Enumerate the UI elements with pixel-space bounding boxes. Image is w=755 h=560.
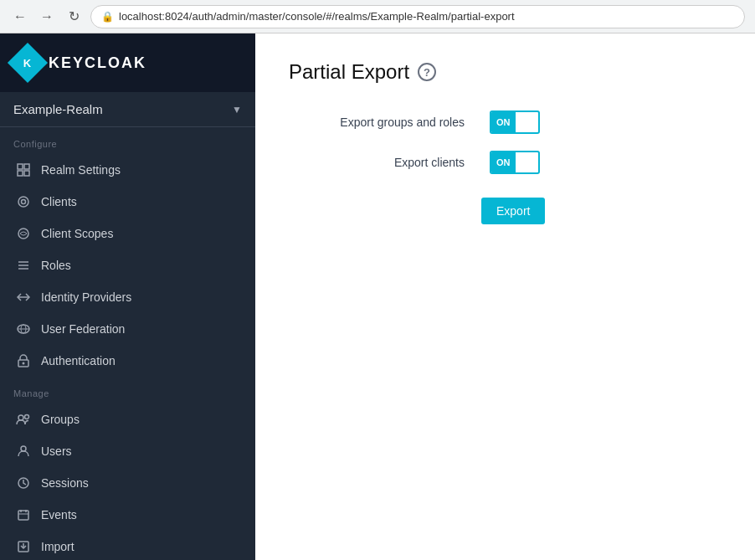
events-icon	[16, 507, 31, 522]
logo: K KEYCLOAK	[13, 49, 146, 77]
browser-chrome: ← → ↻ 🔒 localhost:8024/auth/admin/master…	[0, 0, 755, 33]
svg-point-16	[18, 415, 23, 420]
realm-settings-label: Realm Settings	[41, 163, 121, 177]
authentication-label: Authentication	[41, 354, 116, 367]
export-button[interactable]: Export	[481, 198, 545, 224]
main-content: Partial Export ? Export groups and roles…	[255, 33, 755, 560]
sessions-icon	[16, 475, 31, 491]
logo-text: KEYCLOAK	[49, 54, 146, 72]
configure-section-label: Configure	[0, 127, 255, 154]
realm-name: Example-Realm	[13, 102, 103, 116]
back-button[interactable]: ←	[10, 7, 30, 27]
groups-icon	[16, 412, 31, 427]
svg-rect-2	[18, 171, 23, 176]
sidebar-item-users[interactable]: Users	[0, 435, 255, 467]
sidebar-item-clients[interactable]: Clients	[0, 186, 255, 218]
lock-icon: 🔒	[101, 11, 114, 23]
logo-diamond: K	[8, 43, 48, 83]
clients-icon	[16, 194, 31, 209]
sidebar-item-authentication[interactable]: Authentication	[0, 345, 255, 377]
svg-point-5	[22, 200, 26, 204]
page-title: Partial Export	[289, 60, 409, 84]
events-label: Events	[41, 508, 77, 521]
svg-point-15	[23, 362, 25, 365]
export-clients-row: Export clients ON	[289, 151, 722, 174]
export-clients-toggle[interactable]: ON	[490, 151, 540, 174]
export-clients-label: Export clients	[289, 156, 473, 169]
svg-rect-0	[18, 164, 23, 169]
url-text: localhost:8024/auth/admin/master/console…	[119, 10, 515, 23]
sidebar-item-user-federation[interactable]: User Federation	[0, 313, 255, 345]
import-icon	[16, 539, 31, 554]
identity-providers-label: Identity Providers	[41, 290, 131, 304]
client-scopes-icon	[16, 226, 31, 241]
user-federation-icon	[16, 321, 31, 337]
logo-diamond-inner: K	[23, 56, 31, 69]
user-federation-label: User Federation	[41, 322, 125, 336]
export-groups-toggle-off[interactable]	[516, 112, 532, 132]
svg-rect-3	[24, 171, 29, 176]
svg-rect-20	[18, 511, 28, 520]
sidebar-item-identity-providers[interactable]: Identity Providers	[0, 281, 255, 313]
svg-rect-1	[24, 164, 29, 169]
sidebar-header: K KEYCLOAK	[0, 33, 255, 92]
realm-settings-icon	[16, 162, 31, 177]
svg-point-18	[21, 446, 26, 451]
forward-button[interactable]: →	[37, 7, 57, 27]
sidebar-item-sessions[interactable]: Sessions	[0, 467, 255, 499]
clients-label: Clients	[41, 195, 77, 208]
export-button-container: Export	[481, 191, 722, 224]
svg-point-17	[25, 415, 29, 419]
realm-selector[interactable]: Example-Realm ▼	[0, 92, 255, 127]
export-groups-toggle-on[interactable]: ON	[491, 112, 516, 132]
export-groups-row: Export groups and roles ON	[289, 110, 722, 134]
groups-label: Groups	[41, 413, 80, 426]
sidebar-item-groups[interactable]: Groups	[0, 403, 255, 435]
users-icon	[16, 444, 31, 459]
page-title-row: Partial Export ?	[289, 60, 722, 84]
export-clients-toggle-on[interactable]: ON	[491, 152, 516, 172]
export-groups-label: Export groups and roles	[289, 116, 473, 129]
sessions-label: Sessions	[41, 476, 89, 490]
identity-providers-icon	[16, 290, 31, 305]
app-container: K KEYCLOAK Example-Realm ▼ Configure Rea…	[0, 33, 755, 560]
chevron-down-icon: ▼	[232, 104, 242, 116]
export-groups-toggle[interactable]: ON	[490, 110, 540, 134]
reload-button[interactable]: ↻	[64, 7, 84, 27]
sidebar-item-realm-settings[interactable]: Realm Settings	[0, 154, 255, 186]
svg-point-4	[18, 197, 28, 207]
url-bar[interactable]: 🔒 localhost:8024/auth/admin/master/conso…	[90, 5, 745, 28]
sidebar-item-client-scopes[interactable]: Client Scopes	[0, 218, 255, 249]
sidebar-item-events[interactable]: Events	[0, 499, 255, 531]
roles-icon	[16, 258, 31, 273]
manage-section-label: Manage	[0, 377, 255, 403]
authentication-icon	[16, 353, 31, 368]
sidebar: K KEYCLOAK Example-Realm ▼ Configure Rea…	[0, 33, 255, 560]
users-label: Users	[41, 444, 72, 458]
help-icon[interactable]: ?	[418, 63, 436, 81]
client-scopes-label: Client Scopes	[41, 227, 113, 240]
roles-label: Roles	[41, 259, 71, 272]
export-clients-toggle-off[interactable]	[516, 152, 532, 172]
import-label: Import	[41, 540, 74, 553]
sidebar-item-import[interactable]: Import	[0, 531, 255, 560]
sidebar-item-roles[interactable]: Roles	[0, 249, 255, 281]
